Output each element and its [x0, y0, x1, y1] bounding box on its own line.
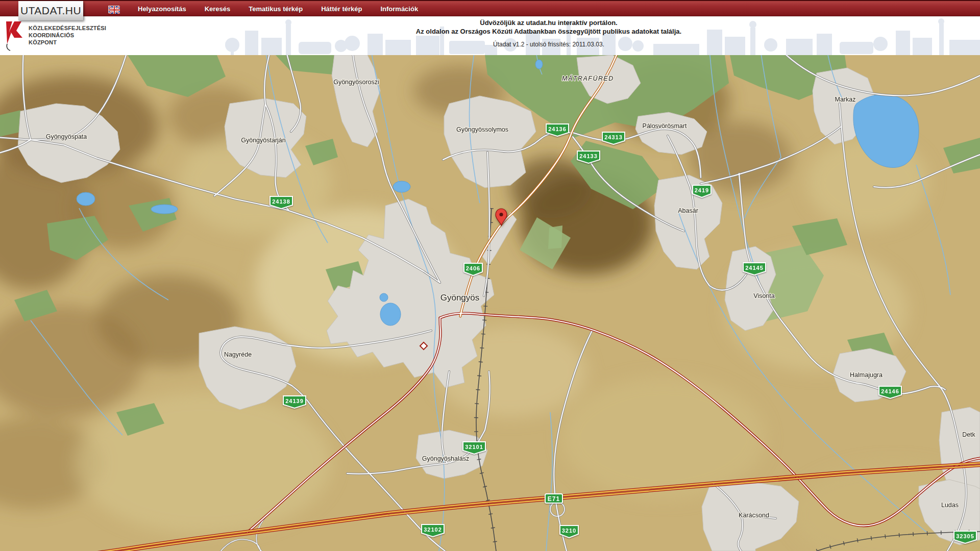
town-label-4: MÁTRAFÜRED	[562, 74, 614, 82]
page-header: KÖZLEKEDÉSFEJLESZTÉSI KOORDINÁCIÓS KÖZPO…	[0, 16, 980, 55]
svg-text:24313: 24313	[604, 134, 623, 140]
organization-logo: KÖZLEKEDÉSFEJLESZTÉSI KOORDINÁCIÓS KÖZPO…	[4, 20, 106, 51]
town-label-2: Gyöngyösoroszi	[333, 79, 379, 86]
svg-text:32305: 32305	[956, 533, 974, 539]
map-viewport[interactable]: GyöngyöspataGyöngyöstarjánGyöngyösoroszi…	[0, 55, 980, 551]
town-label-7: Abasár	[678, 207, 698, 214]
svg-text:32101: 32101	[465, 444, 483, 450]
euro-road-badge-E71: E71	[545, 494, 562, 503]
english-flag-icon[interactable]	[108, 6, 119, 13]
town-label-12: Karácsond	[739, 512, 769, 519]
svg-text:2419: 2419	[695, 187, 709, 193]
terrain-map-canvas[interactable]: GyöngyöspataGyöngyöstarjánGyöngyösoroszi…	[0, 55, 980, 551]
town-label-10: Detk	[962, 431, 975, 438]
nav-item-helyazonositas[interactable]: Helyazonosítás	[138, 1, 186, 17]
utadat-portal-page: Helyazonosítás Keresés Tematikus térkép …	[0, 0, 980, 551]
town-label-1: Gyöngyöstarján	[241, 137, 286, 144]
version-line: Útadat v1.2 - utolsó frissítés: 2011.03.…	[293, 41, 804, 48]
svg-text:24136: 24136	[548, 126, 567, 132]
town-label-8: Visonta	[753, 292, 775, 299]
welcome-line-1: Üdvözöljük az utadat.hu interaktív portá…	[293, 18, 804, 27]
svg-text:24146: 24146	[881, 388, 899, 394]
town-label-3: Gyöngyössolymos	[456, 126, 508, 133]
nav-item-tematikus-terkep[interactable]: Tematikus térkép	[249, 1, 303, 17]
nav-item-informaciok[interactable]: Információk	[380, 1, 418, 17]
svg-text:24138: 24138	[272, 198, 290, 205]
welcome-line-2: Az oldalon az Országos Közúti Adatbankba…	[293, 27, 804, 36]
kkk-logo-icon	[4, 20, 26, 51]
nav-item-hatter-terkep[interactable]: Háttér térkép	[321, 1, 362, 17]
town-label-9: Halmajugra	[850, 371, 883, 379]
svg-text:24133: 24133	[579, 153, 598, 159]
town-label-13: Nagyréde	[224, 351, 252, 358]
town-label-15: Gyöngyös	[440, 293, 480, 303]
svg-text:2406: 2406	[466, 265, 480, 271]
svg-text:3210: 3210	[562, 528, 576, 534]
town-label-11: Ludas	[941, 502, 959, 509]
svg-text:E71: E71	[548, 495, 560, 503]
svg-text:24139: 24139	[285, 398, 304, 404]
welcome-block: Üdvözöljük az utadat.hu interaktív portá…	[293, 18, 804, 48]
top-navbar: Helyazonosítás Keresés Tematikus térkép …	[0, 0, 980, 16]
brand-title: UTADAT.HU	[20, 5, 81, 17]
town-label-6: Markaz	[835, 96, 856, 103]
svg-text:24145: 24145	[745, 265, 764, 271]
brand-logo-box[interactable]: UTADAT.HU	[18, 1, 83, 20]
logo-line-1: KÖZLEKEDÉSFEJLESZTÉSI	[29, 24, 106, 32]
svg-text:32102: 32102	[424, 527, 442, 533]
town-label-5: Pálosvörösmart	[643, 122, 687, 130]
logo-line-3: KÖZPONT	[29, 39, 106, 46]
town-label-14: Gyöngyöshalász	[422, 455, 469, 462]
nav-item-kereses[interactable]: Keresés	[205, 1, 231, 17]
logo-line-2: KOORDINÁCIÓS	[29, 32, 106, 39]
town-label-0: Gyöngyöspata	[46, 133, 87, 140]
